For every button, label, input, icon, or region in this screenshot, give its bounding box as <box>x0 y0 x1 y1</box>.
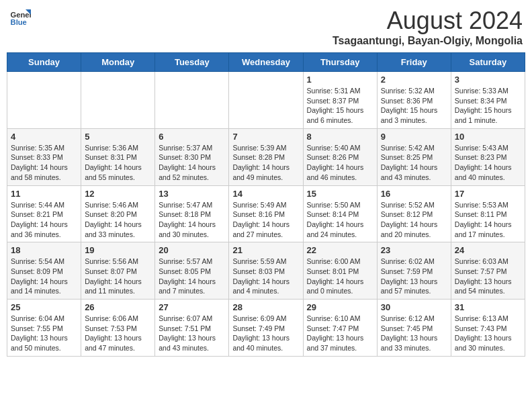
location: Tsagaantungi, Bayan-Olgiy, Mongolia <box>332 35 523 47</box>
header-row: SundayMondayTuesdayWednesdayThursdayFrid… <box>7 53 525 72</box>
cell-content: Sunrise: 5:39 AM Sunset: 8:28 PM Dayligh… <box>232 143 299 183</box>
calendar-cell: 5Sunrise: 5:36 AM Sunset: 8:31 PM Daylig… <box>81 128 155 185</box>
header-day: Saturday <box>451 53 525 72</box>
cell-content: Sunrise: 6:07 AM Sunset: 7:51 PM Dayligh… <box>159 314 225 353</box>
cell-content: Sunrise: 5:35 AM Sunset: 8:33 PM Dayligh… <box>11 143 77 183</box>
cell-content: Sunrise: 6:10 AM Sunset: 7:47 PM Dayligh… <box>307 314 373 353</box>
day-number: 1 <box>307 75 373 85</box>
calendar-cell: 15Sunrise: 5:50 AM Sunset: 8:14 PM Dayli… <box>303 185 377 242</box>
day-number: 12 <box>85 189 151 199</box>
calendar-cell: 9Sunrise: 5:42 AM Sunset: 8:25 PM Daylig… <box>377 128 451 185</box>
cell-content: Sunrise: 6:12 AM Sunset: 7:45 PM Dayligh… <box>381 314 447 353</box>
calendar-row: 18Sunrise: 5:54 AM Sunset: 8:09 PM Dayli… <box>7 242 525 300</box>
cell-content: Sunrise: 6:04 AM Sunset: 7:55 PM Dayligh… <box>11 314 77 353</box>
calendar-cell: 30Sunrise: 6:12 AM Sunset: 7:45 PM Dayli… <box>377 300 451 357</box>
calendar-cell: 22Sunrise: 6:00 AM Sunset: 8:01 PM Dayli… <box>303 242 377 300</box>
cell-content: Sunrise: 5:31 AM Sunset: 8:37 PM Dayligh… <box>307 86 373 126</box>
calendar-cell: 2Sunrise: 5:32 AM Sunset: 8:36 PM Daylig… <box>377 72 451 129</box>
day-number: 18 <box>11 245 77 255</box>
cell-content: Sunrise: 5:32 AM Sunset: 8:36 PM Dayligh… <box>381 86 447 126</box>
day-number: 20 <box>159 245 225 255</box>
day-number: 11 <box>11 189 77 199</box>
day-number: 5 <box>85 132 151 142</box>
cell-content: Sunrise: 6:09 AM Sunset: 7:49 PM Dayligh… <box>232 314 299 353</box>
calendar-table: SundayMondayTuesdayWednesdayThursdayFrid… <box>7 52 525 357</box>
day-number: 16 <box>381 189 447 199</box>
cell-content: Sunrise: 5:46 AM Sunset: 8:20 PM Dayligh… <box>85 200 151 240</box>
cell-content: Sunrise: 6:00 AM Sunset: 8:01 PM Dayligh… <box>307 257 373 296</box>
calendar-cell: 29Sunrise: 6:10 AM Sunset: 7:47 PM Dayli… <box>303 300 377 357</box>
cell-content: Sunrise: 5:52 AM Sunset: 8:12 PM Dayligh… <box>381 200 447 240</box>
day-number: 29 <box>307 302 373 312</box>
day-number: 13 <box>159 189 225 199</box>
calendar-cell: 23Sunrise: 6:02 AM Sunset: 7:59 PM Dayli… <box>377 242 451 300</box>
header: General Blue August 2024 Tsagaantungi, B… <box>7 7 525 47</box>
day-number: 22 <box>307 245 373 255</box>
day-number: 14 <box>232 189 299 199</box>
cell-content: Sunrise: 5:50 AM Sunset: 8:14 PM Dayligh… <box>307 200 373 240</box>
day-number: 30 <box>381 302 447 312</box>
calendar-cell: 13Sunrise: 5:47 AM Sunset: 8:18 PM Dayli… <box>155 185 229 242</box>
day-number: 27 <box>159 302 225 312</box>
day-number: 19 <box>85 245 151 255</box>
calendar-cell: 3Sunrise: 5:33 AM Sunset: 8:34 PM Daylig… <box>451 72 525 129</box>
logo: General Blue <box>9 7 31 28</box>
title-area: August 2024 Tsagaantungi, Bayan-Olgiy, M… <box>332 7 523 47</box>
calendar-cell <box>229 72 303 129</box>
calendar-cell: 19Sunrise: 5:56 AM Sunset: 8:07 PM Dayli… <box>81 242 155 300</box>
day-number: 2 <box>381 75 447 85</box>
calendar-cell: 7Sunrise: 5:39 AM Sunset: 8:28 PM Daylig… <box>229 128 303 185</box>
calendar-row: 25Sunrise: 6:04 AM Sunset: 7:55 PM Dayli… <box>7 300 525 357</box>
calendar-cell: 11Sunrise: 5:44 AM Sunset: 8:21 PM Dayli… <box>7 185 81 242</box>
calendar-row: 11Sunrise: 5:44 AM Sunset: 8:21 PM Dayli… <box>7 185 525 242</box>
cell-content: Sunrise: 5:40 AM Sunset: 8:26 PM Dayligh… <box>307 143 373 183</box>
calendar-cell: 1Sunrise: 5:31 AM Sunset: 8:37 PM Daylig… <box>303 72 377 129</box>
day-number: 9 <box>381 132 447 142</box>
calendar-cell <box>155 72 229 129</box>
calendar-body: 1Sunrise: 5:31 AM Sunset: 8:37 PM Daylig… <box>7 72 525 357</box>
day-number: 25 <box>11 302 77 312</box>
day-number: 7 <box>232 132 299 142</box>
calendar-cell <box>81 72 155 129</box>
calendar-cell: 24Sunrise: 6:03 AM Sunset: 7:57 PM Dayli… <box>451 242 525 300</box>
day-number: 10 <box>455 132 521 142</box>
day-number: 28 <box>232 302 299 312</box>
calendar-cell: 17Sunrise: 5:53 AM Sunset: 8:11 PM Dayli… <box>451 185 525 242</box>
calendar-cell: 27Sunrise: 6:07 AM Sunset: 7:51 PM Dayli… <box>155 300 229 357</box>
day-number: 8 <box>307 132 373 142</box>
calendar-cell: 18Sunrise: 5:54 AM Sunset: 8:09 PM Dayli… <box>7 242 81 300</box>
calendar-cell: 16Sunrise: 5:52 AM Sunset: 8:12 PM Dayli… <box>377 185 451 242</box>
calendar-header: SundayMondayTuesdayWednesdayThursdayFrid… <box>7 53 525 72</box>
calendar-cell: 6Sunrise: 5:37 AM Sunset: 8:30 PM Daylig… <box>155 128 229 185</box>
cell-content: Sunrise: 5:36 AM Sunset: 8:31 PM Dayligh… <box>85 143 151 183</box>
cell-content: Sunrise: 6:02 AM Sunset: 7:59 PM Dayligh… <box>381 257 447 296</box>
cell-content: Sunrise: 5:47 AM Sunset: 8:18 PM Dayligh… <box>159 200 225 240</box>
header-day: Tuesday <box>155 53 229 72</box>
cell-content: Sunrise: 5:33 AM Sunset: 8:34 PM Dayligh… <box>455 86 521 126</box>
cell-content: Sunrise: 6:03 AM Sunset: 7:57 PM Dayligh… <box>455 257 521 296</box>
day-number: 21 <box>232 245 299 255</box>
header-day: Friday <box>377 53 451 72</box>
calendar-cell: 10Sunrise: 5:43 AM Sunset: 8:23 PM Dayli… <box>451 128 525 185</box>
calendar-cell: 26Sunrise: 6:06 AM Sunset: 7:53 PM Dayli… <box>81 300 155 357</box>
cell-content: Sunrise: 6:06 AM Sunset: 7:53 PM Dayligh… <box>85 314 151 353</box>
cell-content: Sunrise: 5:37 AM Sunset: 8:30 PM Dayligh… <box>159 143 225 183</box>
day-number: 4 <box>11 132 77 142</box>
header-day: Thursday <box>303 53 377 72</box>
cell-content: Sunrise: 5:53 AM Sunset: 8:11 PM Dayligh… <box>455 200 521 240</box>
day-number: 17 <box>455 189 521 199</box>
day-number: 6 <box>159 132 225 142</box>
cell-content: Sunrise: 5:57 AM Sunset: 8:05 PM Dayligh… <box>159 257 225 296</box>
day-number: 23 <box>381 245 447 255</box>
logo-icon: General Blue <box>9 7 31 28</box>
cell-content: Sunrise: 5:54 AM Sunset: 8:09 PM Dayligh… <box>11 257 77 296</box>
header-day: Sunday <box>7 53 81 72</box>
cell-content: Sunrise: 5:42 AM Sunset: 8:25 PM Dayligh… <box>381 143 447 183</box>
calendar-cell: 12Sunrise: 5:46 AM Sunset: 8:20 PM Dayli… <box>81 185 155 242</box>
calendar-cell: 8Sunrise: 5:40 AM Sunset: 8:26 PM Daylig… <box>303 128 377 185</box>
cell-content: Sunrise: 5:43 AM Sunset: 8:23 PM Dayligh… <box>455 143 521 183</box>
header-day: Wednesday <box>229 53 303 72</box>
calendar-cell: 14Sunrise: 5:49 AM Sunset: 8:16 PM Dayli… <box>229 185 303 242</box>
cell-content: Sunrise: 5:44 AM Sunset: 8:21 PM Dayligh… <box>11 200 77 240</box>
svg-text:Blue: Blue <box>11 18 27 26</box>
